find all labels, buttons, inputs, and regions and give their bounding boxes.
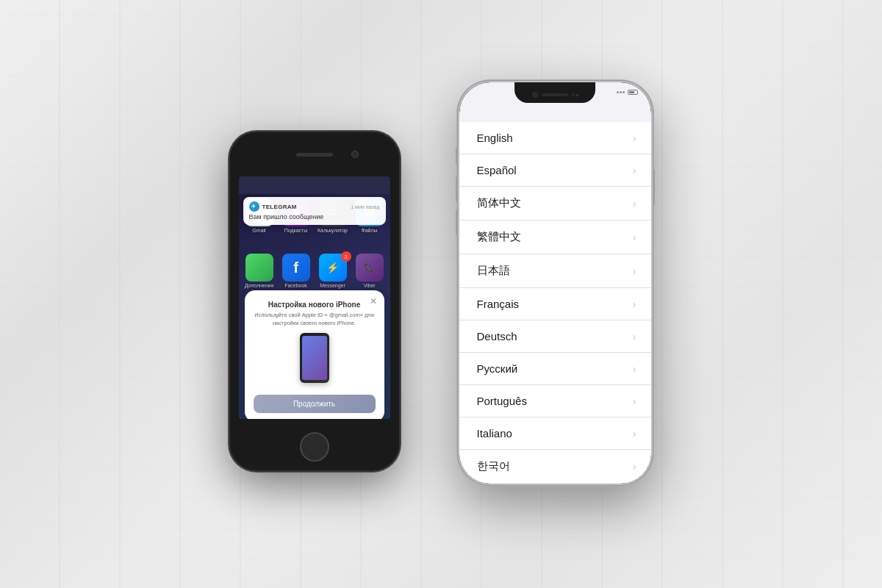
home-button[interactable] (300, 432, 329, 462)
front-camera (351, 151, 359, 158)
language-item-french[interactable]: Français › (459, 288, 651, 320)
chevron-icon-italian: › (633, 428, 637, 440)
app-messenger-wrapper: 3 Messenger (317, 254, 349, 288)
language-name-russian: Русский (477, 362, 518, 375)
notification-app-name: ✈ TELEGRAM (249, 201, 297, 212)
language-name-korean: 한국어 (477, 459, 510, 473)
language-name-portuguese: Português (477, 395, 527, 407)
notification-message: Вам пришло сообщение (249, 213, 380, 220)
language-name-spanish: Español (477, 164, 517, 176)
chevron-icon-korean: › (633, 461, 637, 473)
chevron-icon-french: › (633, 298, 637, 310)
telegram-icon: ✈ (249, 201, 259, 212)
language-name-simplified-chinese: 简体中文 (477, 196, 521, 210)
iphone-x-frame: English › Español › 简体中文 › 繁體 (459, 82, 651, 484)
dialog-continue-button[interactable]: Продолжить (254, 395, 376, 413)
app-facebook[interactable] (282, 254, 310, 282)
app-messenger-badge: 3 (341, 251, 351, 262)
app-facebook-label: Facebook (284, 283, 307, 288)
dialog-close-button[interactable]: ✕ (370, 296, 377, 306)
language-item-german[interactable]: Deutsch › (459, 320, 651, 353)
iphone-6-7-container: ✈ TELEGRAM 1 мин назад Вам пришло сообще… (230, 132, 399, 470)
app-viber-wrapper: Viber (354, 254, 386, 288)
language-item-simplified-chinese[interactable]: 简体中文 › (459, 187, 651, 220)
volume-down-button (456, 209, 458, 235)
app-viber[interactable] (356, 254, 384, 282)
language-name-english: English (477, 132, 513, 144)
chevron-icon-german: › (633, 331, 637, 343)
iphone-x-notch (514, 82, 595, 103)
app-facebook-wrapper: Facebook (280, 254, 312, 288)
language-name-japanese: 日本語 (477, 264, 510, 278)
dialog-phone-screen (302, 336, 327, 380)
language-name-traditional-chinese: 繁體中文 (477, 230, 521, 244)
iphone-x-body: English › Español › 简体中文 › 繁體 (458, 81, 653, 485)
app-podcasts-label: Подкасты (284, 228, 308, 233)
dialog-title: Настройка нового iPhone (254, 301, 376, 309)
app-addons[interactable] (245, 254, 273, 282)
language-item-traditional-chinese[interactable]: 繁體中文 › (459, 220, 651, 254)
notification-time: 1 мин назад (351, 204, 379, 209)
volume-up-button (456, 176, 458, 202)
language-item-portuguese[interactable]: Português › (459, 385, 651, 417)
app-calc-label: Калькулятор (318, 228, 348, 233)
language-list: English › Español › 简体中文 › 繁體 (459, 115, 651, 484)
sensors-x (572, 93, 578, 96)
iphone-6-7-body: ✈ TELEGRAM 1 мин назад Вам пришло сообще… (230, 132, 399, 470)
app-viber-label: Viber (363, 283, 375, 288)
app-files-label: Файлы (361, 228, 377, 233)
language-item-italian[interactable]: Italiano › (459, 417, 651, 450)
wallpaper: ✈ TELEGRAM 1 мин назад Вам пришло сообще… (239, 194, 390, 419)
chevron-icon-english: › (633, 132, 637, 144)
iphone-screen: ✈ TELEGRAM 1 мин назад Вам пришло сообще… (239, 176, 390, 419)
speaker-x (542, 93, 568, 96)
dialog-phone-image (300, 333, 329, 383)
front-camera-x (532, 92, 538, 98)
language-item-russian[interactable]: Русский › (459, 353, 651, 385)
app-gmail-label: Gmail (252, 228, 265, 233)
app-messenger-label: Messenger (320, 283, 345, 288)
dialog-description: Используйте свой Apple ID « @gmail.com» … (254, 312, 376, 327)
app-dop-wrapper: Дополнения (243, 254, 276, 288)
status-bar-right (617, 90, 638, 95)
power-button (653, 169, 655, 206)
notification-header: ✈ TELEGRAM 1 мин назад (249, 201, 380, 212)
setup-dialog: ✕ Настройка нового iPhone Используйте св… (245, 290, 384, 419)
iphone-x-container: English › Español › 简体中文 › 繁體 (458, 81, 653, 485)
language-name-italian: Italiano (477, 427, 512, 440)
app-dop-label: Дополнения (245, 283, 274, 288)
language-name-french: Français (477, 298, 520, 310)
iphone-top-area (230, 132, 399, 176)
language-item-korean[interactable]: 한국어 › (459, 450, 651, 483)
language-name-german: Deutsch (477, 330, 517, 343)
language-item-japanese[interactable]: 日本語 › (459, 254, 651, 288)
mute-button (456, 147, 458, 165)
chevron-icon-traditional-chinese: › (633, 232, 637, 243)
chevron-icon-portuguese: › (633, 395, 637, 407)
battery-indicator (628, 90, 638, 95)
chevron-icon-russian: › (633, 363, 637, 375)
chevron-icon-simplified-chinese: › (633, 198, 637, 209)
chevron-icon-spanish: › (633, 165, 637, 176)
language-item-english[interactable]: English › (459, 122, 651, 154)
app-grid-row2: Дополнения Facebook 3 Messenger Viber (239, 249, 390, 293)
telegram-notification[interactable]: ✈ TELEGRAM 1 мин назад Вам пришло сообще… (243, 197, 386, 225)
iphone-x-screen: English › Español › 简体中文 › 繁體 (459, 82, 651, 484)
chevron-icon-japanese: › (633, 265, 637, 277)
language-item-spanish[interactable]: Español › (459, 154, 651, 187)
speaker (296, 153, 333, 157)
